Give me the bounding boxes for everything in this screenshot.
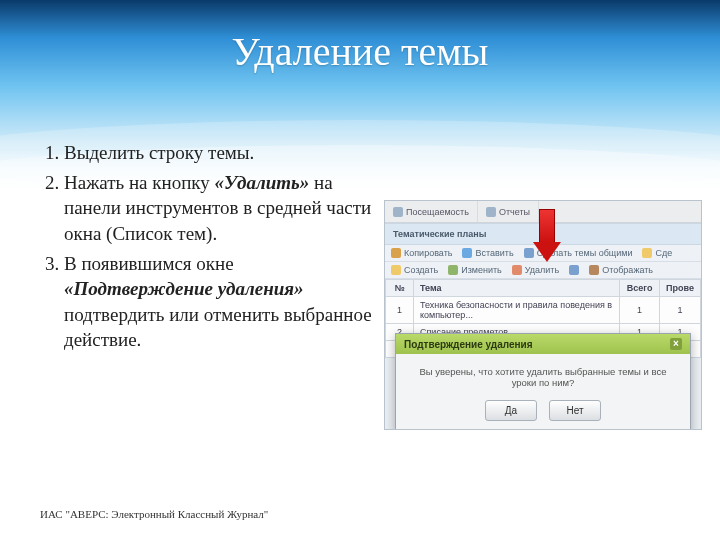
step-2: Нажать на кнопку «Удалить» на панели инс… [64, 170, 380, 247]
create-button[interactable]: Создать [391, 265, 438, 275]
step-1: Выделить строку темы. [64, 140, 380, 166]
dialog-title: Подтверждение удаления [404, 339, 533, 350]
paste-button[interactable]: Вставить [462, 248, 513, 258]
table-header-row: № Тема Всего Прове [386, 280, 701, 297]
table-row[interactable]: 1 Техника безопасности и правила поведен… [386, 297, 701, 324]
footer-text: ИАС "АВЕРС: Электронный Классный Журнал" [40, 508, 268, 520]
dialog-buttons: Да Нет [396, 394, 690, 430]
misc-icon [642, 248, 652, 258]
paste-icon [462, 248, 472, 258]
tab-attendance[interactable]: Посещаемость [385, 201, 478, 222]
display-icon [589, 265, 599, 275]
app-screenshot: Посещаемость Отчеты Тематические планы К… [384, 200, 702, 430]
delete-icon [512, 265, 522, 275]
delete-button[interactable]: Удалить [512, 265, 559, 275]
red-arrow-annotation [533, 209, 561, 265]
truncated-button[interactable]: Сде [642, 248, 672, 258]
arrow-up-icon [569, 265, 579, 275]
step-3: В появившимся окне «Подтверждение удален… [64, 251, 380, 354]
edit-icon [448, 265, 458, 275]
instruction-list: Выделить строку темы. Нажать на кнопку «… [40, 140, 380, 357]
dialog-message: Вы уверены, что хотите удалить выбранные… [396, 354, 690, 394]
copy-icon [391, 248, 401, 258]
create-icon [391, 265, 401, 275]
display-button[interactable]: Отображать [589, 265, 653, 275]
edit-button[interactable]: Изменить [448, 265, 502, 275]
tab-reports[interactable]: Отчеты [478, 201, 539, 222]
confirm-dialog: Подтверждение удаления × Вы уверены, что… [395, 333, 691, 430]
close-icon[interactable]: × [670, 338, 682, 350]
attendance-icon [393, 207, 403, 217]
copy-button[interactable]: Копировать [391, 248, 452, 258]
dialog-titlebar: Подтверждение удаления × [396, 334, 690, 354]
up-button[interactable] [569, 265, 579, 275]
slide-title: Удаление темы [0, 28, 720, 75]
reports-icon [486, 207, 496, 217]
yes-button[interactable]: Да [485, 400, 537, 421]
no-button[interactable]: Нет [549, 400, 601, 421]
